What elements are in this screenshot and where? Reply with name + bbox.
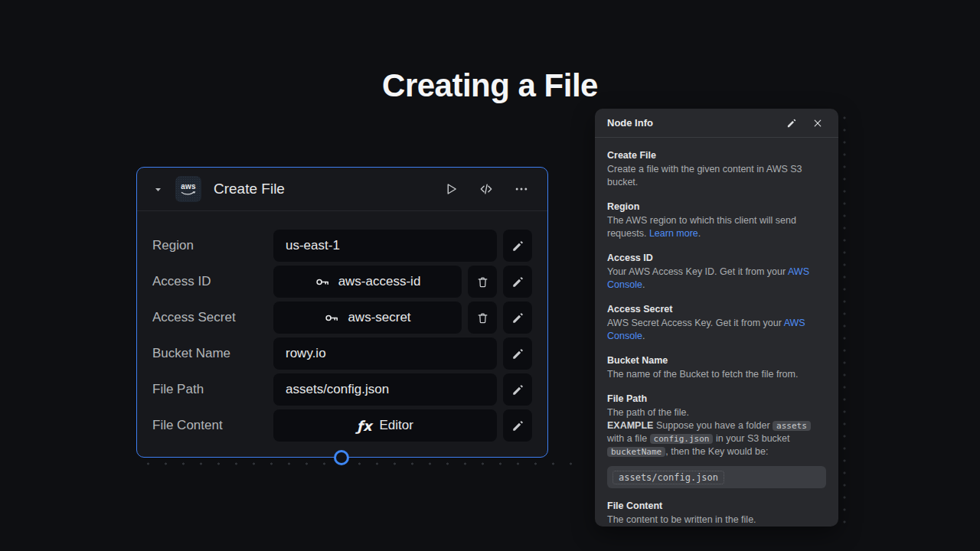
field-value-file-path[interactable]: assets/config.json — [273, 373, 497, 406]
field-label-access-secret: Access Secret — [152, 310, 236, 325]
field-value-access-id[interactable]: aws-access-id — [273, 266, 462, 298]
close-icon — [812, 118, 823, 129]
section-heading: File Path — [607, 393, 826, 406]
page-title: Creating a File — [0, 67, 980, 104]
pencil-icon — [786, 118, 797, 129]
edit-info-button[interactable] — [783, 115, 800, 132]
field-row-bucket-name: Bucket Namerowy.io — [152, 337, 532, 370]
open-editor-button[interactable]: ƒxEditor — [273, 409, 497, 442]
field-value-text: rowy.io — [286, 346, 326, 361]
node-title: Create File — [214, 181, 285, 197]
aws-logo-word: aws — [181, 183, 196, 191]
section-heading: File Content — [607, 500, 826, 513]
section-heading: Access ID — [607, 252, 826, 265]
pencil-icon — [511, 383, 524, 396]
run-node-button[interactable] — [439, 177, 463, 201]
section-heading: Create File — [607, 149, 826, 162]
create-file-node-card: aws Create File — [136, 167, 548, 458]
link-aws-console[interactable]: AWS Console — [607, 318, 805, 341]
field-label-bucket-name: Bucket Name — [152, 346, 230, 361]
link-learn-more[interactable]: Learn more — [649, 228, 698, 239]
pencil-icon — [511, 419, 524, 432]
node-info-header-actions — [783, 115, 826, 132]
field-controls-file-content: ƒxEditor — [273, 409, 532, 442]
pencil-icon — [511, 276, 524, 289]
field-controls-file-path: assets/config.json — [273, 373, 532, 406]
info-section-create-file: Create FileCreate a file with the given … — [607, 149, 826, 189]
canvas-dot-grid-row — [136, 461, 582, 467]
field-row-access-id: Access IDaws-access-id — [152, 266, 532, 298]
close-panel-button[interactable] — [809, 115, 826, 132]
more-options-icon — [514, 181, 529, 197]
example-label: EXAMPLE — [607, 420, 653, 431]
pencil-icon — [511, 240, 524, 253]
info-section-region: RegionThe AWS region to which this clien… — [607, 201, 826, 240]
section-text: The path of the file.EXAMPLE Suppose you… — [607, 406, 826, 458]
code-block: assets/config.json — [607, 466, 826, 488]
key-icon — [324, 310, 340, 326]
trash-icon — [476, 276, 489, 289]
field-label-file-path: File Path — [152, 382, 204, 397]
section-text: The content to be written in the file. — [607, 514, 826, 527]
edit-button[interactable] — [503, 409, 532, 442]
inline-code: assets — [773, 421, 811, 431]
field-label-region: Region — [152, 238, 194, 253]
edit-button[interactable] — [503, 373, 532, 406]
node-output-connector[interactable] — [334, 450, 349, 465]
canvas-dot-grid-column — [841, 112, 848, 527]
chevron-down-icon — [153, 184, 163, 194]
field-label-file-content: File Content — [152, 418, 223, 433]
key-icon — [315, 274, 331, 290]
pencil-icon — [511, 347, 524, 360]
field-controls-access-secret: aws-secret — [273, 302, 532, 334]
field-value-access-secret[interactable]: aws-secret — [273, 302, 462, 334]
info-section-file-content: File ContentThe content to be written in… — [607, 500, 826, 527]
field-value-text: Editor — [380, 418, 413, 433]
section-heading: Bucket Name — [607, 354, 826, 367]
section-text: AWS Secret Access Key. Get it from your … — [607, 317, 826, 343]
field-label-access-id: Access ID — [152, 274, 211, 289]
field-value-bucket-name[interactable]: rowy.io — [273, 337, 497, 370]
field-value-text: us-east-1 — [286, 238, 340, 253]
node-info-body: Create FileCreate a file with the given … — [595, 138, 838, 527]
info-section-access-secret: Access SecretAWS Secret Access Key. Get … — [607, 303, 826, 343]
delete-button[interactable] — [468, 266, 497, 298]
field-value-text: aws-access-id — [338, 274, 421, 289]
node-card-header: aws Create File — [137, 168, 547, 211]
field-controls-bucket-name: rowy.io — [273, 337, 532, 370]
section-heading: Access Secret — [607, 303, 826, 316]
pencil-icon — [511, 311, 524, 324]
inline-code: bucketName — [607, 447, 665, 457]
code-chip-value: assets/config.json — [612, 471, 724, 484]
info-section-file-path: File PathThe path of the file.EXAMPLE Su… — [607, 393, 826, 488]
view-code-button[interactable] — [474, 177, 498, 201]
field-value-text: assets/config.json — [286, 382, 389, 397]
field-row-file-path: File Pathassets/config.json — [152, 373, 532, 406]
section-heading: Region — [607, 201, 826, 214]
edit-button[interactable] — [503, 337, 532, 370]
section-text: The name of the Bucket to fetch the file… — [607, 368, 826, 381]
node-info-header: Node Info — [595, 109, 838, 138]
edit-button[interactable] — [503, 230, 532, 262]
node-card-fields: Regionus-east-1Access IDaws-access-idAcc… — [137, 211, 547, 442]
field-value-text: aws-secret — [348, 310, 410, 325]
delete-button[interactable] — [468, 302, 497, 334]
field-value-region[interactable]: us-east-1 — [273, 230, 497, 262]
more-options-button[interactable] — [509, 177, 534, 201]
edit-button[interactable] — [503, 302, 532, 334]
field-row-access-secret: Access Secretaws-secret — [152, 302, 532, 334]
section-text: Create a file with the given content in … — [607, 163, 826, 189]
info-section-access-id: Access IDYour AWS Access Key ID. Get it … — [607, 252, 826, 292]
field-controls-access-id: aws-access-id — [273, 266, 532, 298]
collapse-node-button[interactable] — [151, 182, 165, 196]
aws-logo-icon: aws — [175, 176, 201, 202]
inline-code: config.json — [650, 434, 714, 444]
section-text: Your AWS Access Key ID. Get it from your… — [607, 266, 826, 292]
play-icon — [443, 181, 459, 197]
fx-icon: ƒx — [357, 418, 371, 434]
edit-button[interactable] — [503, 266, 532, 298]
link-aws-console[interactable]: AWS Console — [607, 266, 809, 290]
aws-smile-curve — [180, 191, 197, 196]
field-row-file-content: File ContentƒxEditor — [152, 409, 532, 442]
field-row-region: Regionus-east-1 — [152, 230, 532, 262]
